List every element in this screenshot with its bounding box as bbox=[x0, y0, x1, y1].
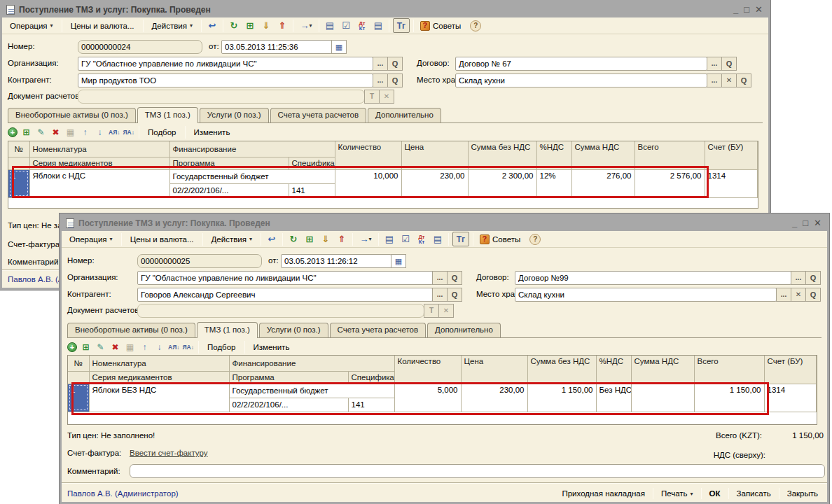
financing-cell[interactable]: Государственный бюджет bbox=[229, 384, 394, 398]
settlement-doc-field[interactable] bbox=[137, 304, 424, 318]
dt-kt-icon[interactable]: ДтКт bbox=[415, 234, 429, 244]
copy-document-icon[interactable]: ⊞ bbox=[303, 232, 317, 246]
tab-tmz[interactable]: ТМЗ (1 поз.) bbox=[137, 107, 198, 123]
organization-open-icon[interactable]: Q bbox=[447, 271, 462, 285]
delete-row-icon[interactable]: ✖ bbox=[109, 342, 121, 354]
quantity-cell[interactable]: 10,000 bbox=[335, 169, 401, 197]
date-field[interactable] bbox=[221, 40, 332, 54]
change-button[interactable]: Изменить bbox=[190, 127, 235, 138]
items-table[interactable]: № Номенклатура Финансирование Количество… bbox=[8, 141, 758, 209]
tab-additional[interactable]: Дополнительно bbox=[368, 108, 441, 122]
vat-pct-cell[interactable]: Без НДС bbox=[596, 384, 631, 412]
unpost-document-icon[interactable]: ⇑ bbox=[275, 19, 289, 33]
tab-services[interactable]: Услуги (0 поз.) bbox=[259, 323, 328, 337]
user-status-link[interactable]: Павлов А.В. (Администратор) bbox=[67, 489, 179, 498]
contractor-field[interactable] bbox=[137, 288, 433, 302]
warehouse-field[interactable] bbox=[455, 74, 707, 88]
warehouse-field[interactable] bbox=[515, 288, 777, 302]
structure-icon[interactable]: ▤ bbox=[382, 232, 396, 246]
copy-row-icon[interactable]: ⊞ bbox=[20, 127, 32, 139]
journal-icon[interactable]: ▤ bbox=[371, 19, 385, 33]
maximize-icon[interactable]: □ bbox=[744, 6, 749, 14]
row-number-cell[interactable]: 1 bbox=[68, 384, 89, 412]
contractor-ellipsis-button[interactable]: ... bbox=[432, 288, 448, 302]
settlement-type-icon[interactable]: T bbox=[364, 90, 380, 104]
date-field[interactable] bbox=[281, 254, 391, 268]
organization-field[interactable] bbox=[78, 57, 373, 71]
warehouse-clear-icon[interactable]: ✕ bbox=[791, 288, 806, 302]
tab-services[interactable]: Услуги (0 поз.) bbox=[200, 108, 269, 122]
sort-asc-icon[interactable]: АЯ↓ bbox=[109, 127, 120, 139]
change-button[interactable]: Изменить bbox=[249, 342, 294, 353]
table-row[interactable]: 1 Яблоки БЕЗ НДС Государственный бюджет … bbox=[68, 384, 817, 398]
edit-row-icon[interactable]: ✎ bbox=[95, 342, 106, 354]
warehouse-ellipsis-button[interactable]: ... bbox=[707, 74, 722, 88]
items-table[interactable]: № Номенклатура Финансирование Количество… bbox=[67, 355, 817, 425]
advice-button[interactable]: ?Советы bbox=[477, 234, 523, 244]
operation-menu-button[interactable]: Операция▾ bbox=[5, 20, 58, 32]
incoming-invoice-button[interactable]: Приходная накладная bbox=[558, 488, 648, 499]
tab-settlement-accounts[interactable]: Счета учета расчетов bbox=[270, 108, 366, 122]
pick-button[interactable]: Подбор bbox=[203, 342, 240, 353]
program-cell[interactable]: 02/2/202/106/... bbox=[169, 183, 289, 197]
close-button[interactable]: Закрыть bbox=[784, 488, 821, 499]
contractor-ellipsis-button[interactable]: ... bbox=[373, 74, 388, 88]
sort-desc-icon[interactable]: ЯА↓ bbox=[183, 342, 195, 354]
move-down-icon[interactable]: ↓ bbox=[153, 342, 165, 354]
add-row-icon[interactable]: + bbox=[8, 127, 18, 137]
prices-currency-button[interactable]: Цены и валюта... bbox=[66, 20, 139, 32]
price-cell[interactable]: 230,00 bbox=[401, 169, 468, 197]
quantity-cell[interactable]: 5,000 bbox=[394, 384, 461, 412]
total-cell[interactable]: 2 576,00 bbox=[635, 169, 705, 197]
copy-document-icon[interactable]: ⊞ bbox=[243, 19, 257, 33]
contract-open-icon[interactable]: Q bbox=[721, 57, 737, 71]
delete-row-icon[interactable]: ✖ bbox=[50, 127, 62, 139]
table-row[interactable]: 1 Яблоки с НДС Государственный бюджет 10… bbox=[8, 169, 758, 183]
reread-icon[interactable]: ↩ bbox=[265, 232, 279, 246]
goto-icon[interactable]: →▾ bbox=[356, 232, 375, 246]
refresh-icon[interactable]: ↻ bbox=[227, 19, 241, 33]
print-button[interactable]: Печать▾ bbox=[658, 488, 697, 499]
close-icon[interactable]: ✕ bbox=[755, 6, 763, 14]
document-movements-icon[interactable]: ☑ bbox=[398, 232, 412, 246]
move-down-icon[interactable]: ↓ bbox=[94, 127, 106, 139]
copy-row-icon[interactable]: ⊞ bbox=[80, 342, 92, 354]
help-icon[interactable]: ? bbox=[529, 234, 541, 245]
titlebar[interactable]: Поступление ТМЗ и услуг: Покупка. Провед… bbox=[62, 216, 827, 231]
tab-noncurrent-assets[interactable]: Внеоборотные активы (0 поз.) bbox=[67, 323, 195, 337]
organization-field[interactable] bbox=[137, 271, 433, 285]
contractor-open-icon[interactable]: Q bbox=[447, 288, 462, 302]
nomenclature-cell[interactable]: Яблоки с НДС bbox=[29, 169, 169, 197]
save-button[interactable]: Записать bbox=[733, 488, 775, 499]
prices-currency-button[interactable]: Цены и валюта... bbox=[125, 233, 199, 246]
journal-icon[interactable]: ▤ bbox=[431, 232, 445, 246]
price-cell[interactable]: 230,00 bbox=[461, 384, 527, 412]
settlement-doc-field[interactable] bbox=[78, 90, 365, 104]
specifics-cell[interactable]: 141 bbox=[289, 183, 335, 197]
tg-format-button[interactable]: Тг bbox=[452, 232, 469, 246]
settlement-clear-icon[interactable]: ✕ bbox=[438, 304, 454, 318]
help-icon[interactable]: ? bbox=[470, 20, 481, 31]
minimize-icon[interactable]: _ bbox=[733, 6, 738, 14]
total-cell[interactable]: 1 150,00 bbox=[694, 384, 764, 412]
maximize-icon[interactable]: □ bbox=[803, 219, 808, 227]
contractor-field[interactable] bbox=[78, 74, 373, 88]
contract-ellipsis-button[interactable]: ... bbox=[707, 57, 722, 71]
operation-menu-button[interactable]: Операция▾ bbox=[64, 233, 118, 246]
ok-button[interactable]: ОК bbox=[706, 488, 724, 499]
number-field[interactable] bbox=[78, 40, 202, 54]
warehouse-open-icon[interactable]: Q bbox=[736, 74, 751, 88]
sum-no-vat-cell[interactable]: 1 150,00 bbox=[527, 384, 596, 412]
edit-row-icon[interactable]: ✎ bbox=[35, 127, 47, 139]
vat-sum-cell[interactable] bbox=[631, 384, 694, 412]
organization-ellipsis-button[interactable]: ... bbox=[432, 271, 448, 285]
move-up-icon[interactable]: ↑ bbox=[139, 342, 151, 354]
account-cell[interactable]: 1314 bbox=[705, 169, 758, 197]
warehouse-open-icon[interactable]: Q bbox=[805, 288, 821, 302]
contract-ellipsis-button[interactable]: ... bbox=[791, 271, 806, 285]
titlebar[interactable]: Поступление ТМЗ и услуг: Покупка. Провед… bbox=[2, 2, 768, 18]
unpost-document-icon[interactable]: ⇑ bbox=[335, 232, 349, 246]
calendar-icon[interactable]: ▦ bbox=[391, 254, 406, 268]
add-row-icon[interactable]: + bbox=[67, 342, 77, 352]
row-number-cell[interactable]: 1 bbox=[8, 169, 29, 197]
